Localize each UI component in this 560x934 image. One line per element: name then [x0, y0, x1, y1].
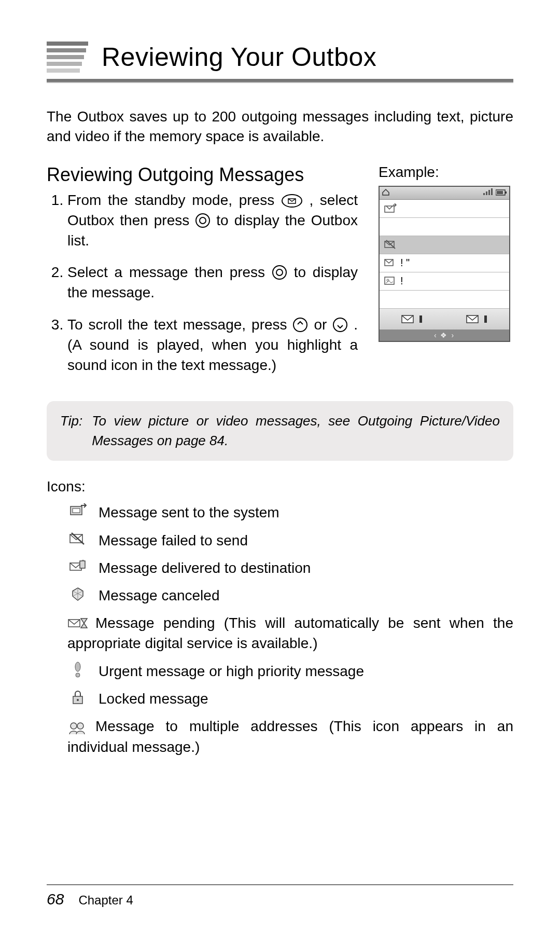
envelope-icon — [401, 313, 416, 325]
icon-row-failed: Message failed to send — [67, 530, 513, 551]
icon-row-pending: Message pending (This will automatically… — [67, 613, 513, 653]
icon-desc: Locked message — [99, 689, 208, 709]
svg-rect-13 — [505, 191, 507, 194]
header-rule — [47, 79, 513, 83]
step-1: From the standby mode, press , select Ou… — [67, 190, 358, 251]
icons-list: Message sent to the system Message faile… — [47, 502, 513, 757]
example-phone-screen: ! " ! ‹ ❖ › — [379, 186, 510, 342]
battery-icon — [496, 188, 507, 198]
section-heading: Reviewing Outgoing Messages — [47, 164, 358, 186]
svg-rect-14 — [497, 191, 503, 194]
canceled-icon — [67, 585, 88, 603]
icon-row-locked: Locked message — [67, 689, 513, 709]
icon-desc: Message failed to send — [99, 530, 248, 551]
icons-heading: Icons: — [47, 478, 513, 495]
mail-button-icon — [281, 194, 303, 208]
page-footer: 68 Chapter 4 — [47, 884, 513, 908]
chapter-label: Chapter 4 — [78, 893, 133, 908]
bar-icon — [418, 313, 424, 325]
step-3-text-a: To scroll the text message, press — [67, 317, 292, 333]
intro-paragraph: The Outbox saves up to 200 outgoing mess… — [47, 107, 513, 146]
page-number: 68 — [47, 890, 64, 908]
phone-row-2-text: ! " — [400, 257, 410, 269]
svg-rect-9 — [486, 191, 487, 195]
phone-row-blank2 — [380, 291, 509, 309]
failed-send-icon — [67, 530, 88, 548]
step-2: Select a message then press to display t… — [67, 262, 358, 303]
svg-point-33 — [75, 662, 80, 671]
sent-system-icon — [67, 502, 88, 520]
icon-row-multi: Message to multiple addresses (This icon… — [67, 716, 513, 757]
envelope-icon — [466, 313, 481, 325]
icon-row-sent: Message sent to the system — [67, 502, 513, 523]
bar-icon — [483, 313, 488, 325]
phone-nav-arrows: ‹ ❖ › — [380, 329, 509, 341]
svg-rect-24 — [484, 315, 487, 323]
tip-body: To view picture or video messages, see O… — [92, 411, 500, 450]
svg-rect-8 — [483, 193, 485, 195]
icon-desc: Message to multiple addresses (This icon… — [67, 718, 513, 755]
icon-desc: Urgent message or high priority message — [99, 661, 364, 681]
svg-point-6 — [293, 318, 307, 332]
outbox-title-icon — [384, 203, 397, 214]
svg-point-34 — [76, 673, 80, 677]
up-button-icon — [292, 317, 308, 333]
urgent-icon — [67, 661, 88, 679]
svg-rect-26 — [73, 509, 80, 513]
icon-row-canceled: Message canceled — [67, 585, 513, 606]
header-stripes-icon — [47, 42, 88, 73]
svg-point-0 — [282, 195, 302, 207]
svg-point-3 — [200, 217, 206, 224]
msg-urgent-icon — [384, 257, 397, 269]
down-button-icon — [332, 317, 348, 333]
phone-row-3-text: ! — [400, 275, 403, 287]
steps-list: From the standby mode, press , select Ou… — [47, 190, 358, 376]
svg-point-7 — [333, 318, 347, 332]
step-1-text-a: From the standby mode, press — [67, 192, 281, 208]
icon-row-delivered: Message delivered to destination — [67, 558, 513, 578]
multi-address-icon — [67, 719, 88, 737]
msg-pic-icon — [384, 276, 397, 287]
phone-row-2: ! " — [380, 254, 509, 272]
phone-statusbar — [380, 187, 509, 200]
icon-desc: Message pending (This will automatically… — [67, 615, 513, 651]
example-label: Example: — [379, 164, 513, 181]
center-button-icon — [195, 213, 211, 228]
tip-label: Tip: — [60, 411, 82, 450]
phone-row-1 — [380, 236, 509, 254]
icon-desc: Message canceled — [99, 585, 219, 606]
svg-point-37 — [71, 723, 77, 729]
svg-point-36 — [77, 699, 79, 701]
home-icon — [382, 188, 390, 198]
svg-point-5 — [276, 269, 283, 276]
svg-rect-31 — [82, 560, 84, 561]
icon-desc: Message delivered to destination — [99, 558, 311, 578]
svg-rect-10 — [488, 190, 490, 195]
tip-box: Tip: To view picture or video messages, … — [47, 401, 513, 461]
svg-rect-22 — [419, 315, 422, 323]
msg-failed-icon — [384, 239, 397, 251]
svg-point-38 — [77, 723, 83, 729]
locked-icon — [67, 689, 88, 706]
softkey-left — [401, 313, 424, 325]
pending-icon — [67, 615, 88, 633]
phone-row-3: ! — [380, 272, 509, 291]
step-3: To scroll the text message, press or . (… — [67, 314, 358, 376]
center-button-icon — [272, 265, 287, 280]
page-title: Reviewing Your Outbox — [102, 42, 376, 72]
svg-rect-30 — [80, 561, 85, 568]
svg-rect-11 — [491, 188, 493, 195]
phone-row-blank — [380, 218, 509, 236]
delivered-icon — [67, 558, 88, 575]
phone-softkeys — [380, 309, 509, 329]
icon-desc: Message sent to the system — [99, 502, 279, 523]
icon-row-urgent: Urgent message or high priority message — [67, 661, 513, 681]
step-3-text-b: or — [314, 317, 332, 333]
phone-title-row — [380, 200, 509, 218]
signal-icon — [483, 188, 493, 198]
page-header: Reviewing Your Outbox — [47, 42, 513, 73]
softkey-right — [466, 313, 488, 325]
step-2-text-a: Select a message then press — [67, 264, 272, 280]
